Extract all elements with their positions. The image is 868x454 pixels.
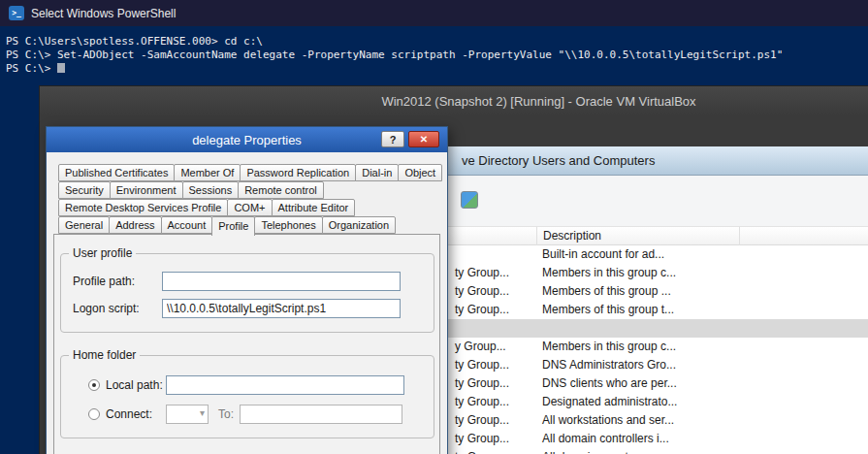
connect-radio[interactable] <box>88 408 100 420</box>
profile-tab-page: User profile Profile path: Logon script:… <box>53 234 440 454</box>
close-button[interactable]: ✕ <box>408 131 439 147</box>
local-path-radio[interactable] <box>88 379 100 391</box>
tab-dial-in[interactable]: Dial-in <box>355 164 399 181</box>
column-divider[interactable] <box>739 227 740 245</box>
tab-password-replication[interactable]: Password Replication <box>240 164 356 181</box>
tab-environment[interactable]: Environment <box>110 181 183 199</box>
powershell-icon: >_ <box>9 6 24 20</box>
tab-row: Remote Desktop Services ProfileCOM+Attri… <box>58 199 439 216</box>
tab-row: Published CertificatesMember OfPassword … <box>58 164 439 181</box>
powershell-titlebar[interactable]: >_ Select Windows PowerShell <box>0 0 868 26</box>
aduc-title: ve Directory Users and Computers <box>462 153 655 168</box>
cell-type: ty Group... <box>455 413 509 427</box>
cell-type: ty Group... <box>455 395 509 408</box>
aduc-toolbar-icon[interactable] <box>461 191 478 209</box>
tab-general[interactable]: General <box>58 216 110 234</box>
tab-member-of[interactable]: Member Of <box>174 164 241 181</box>
cell-description: DNS Administrators Gro... <box>542 358 676 372</box>
cell-type: y Group... <box>455 340 506 353</box>
connect-label: Connect: <box>106 407 166 421</box>
connect-to-input[interactable] <box>240 405 402 424</box>
console-line: PS C:\Users\spotless.OFFENSE.000> cd c:\ <box>6 35 868 49</box>
chevron-down-icon: ▾ <box>200 407 205 418</box>
dialog-tabs: Published CertificatesMember OfPassword … <box>58 164 439 234</box>
tab-remote-control[interactable]: Remote control <box>238 181 324 199</box>
cell-type: ty Group... <box>455 450 509 454</box>
cell-type: ty Group... <box>455 284 509 298</box>
cell-type: ty Group... <box>455 266 509 279</box>
tab-account[interactable]: Account <box>161 216 213 234</box>
cell-type: ty Group... <box>455 432 509 445</box>
local-path-input[interactable] <box>166 375 404 395</box>
cell-type: ty Group... <box>455 376 509 390</box>
tab-profile[interactable]: Profile <box>211 216 255 236</box>
cell-description: Members in this group c... <box>542 266 676 279</box>
tab-organization[interactable]: Organization <box>322 216 396 234</box>
tab-telephones[interactable]: Telephones <box>254 216 322 234</box>
cell-description: DNS clients who are per... <box>542 376 677 390</box>
tab-address[interactable]: Address <box>109 216 161 234</box>
tab-object[interactable]: Object <box>398 164 442 181</box>
virtualbox-titlebar[interactable]: Win2012 (Snapshot 2) [Running] - Oracle … <box>40 86 868 115</box>
cell-description: Designated administrato... <box>542 395 677 408</box>
tab-attribute-editor[interactable]: Attribute Editor <box>272 199 356 216</box>
user-profile-legend: User profile <box>69 246 136 260</box>
cell-description: All workstations and ser... <box>542 413 674 427</box>
logon-script-input[interactable] <box>162 299 401 318</box>
help-button[interactable]: ? <box>381 131 404 147</box>
tab-sessions[interactable]: Sessions <box>182 181 240 199</box>
profile-path-label: Profile path: <box>73 275 162 288</box>
dialog-titlebar[interactable]: delegate Properties ? ✕ <box>47 127 447 152</box>
tab-com-[interactable]: COM+ <box>227 199 272 216</box>
dialog-title: delegate Properties <box>192 133 302 147</box>
cell-description: Members in this group c... <box>542 340 676 353</box>
powershell-title: Select Windows PowerShell <box>31 7 176 20</box>
cell-description: All domain guests <box>542 450 634 454</box>
console-line: PS C:\> Set-ADObject -SamAccountName del… <box>6 49 868 62</box>
virtualbox-title: Win2012 (Snapshot 2) [Running] - Oracle … <box>381 94 695 109</box>
screen: >_ Select Windows PowerShell PS C:\Users… <box>0 0 868 454</box>
tab-row: SecurityEnvironmentSessionsRemote contro… <box>58 181 439 199</box>
tab-security[interactable]: Security <box>58 181 111 199</box>
profile-path-input[interactable] <box>162 272 401 291</box>
home-folder-legend: Home folder <box>69 348 140 362</box>
home-folder-group: Home folder Local path: Connect: ▾ To: <box>60 348 434 438</box>
user-profile-group: User profile Profile path: Logon script: <box>60 246 434 333</box>
tab-row: GeneralAddressAccountProfileTelephonesOr… <box>58 216 439 234</box>
logon-script-label: Logon script: <box>73 302 162 315</box>
connect-to-label: To: <box>218 407 240 421</box>
cell-type: ty Group... <box>455 303 509 316</box>
drive-letter-select[interactable]: ▾ <box>166 405 209 424</box>
local-path-label: Local path: <box>106 378 166 392</box>
cell-description: Members of this group ... <box>542 284 671 298</box>
cell-type: ty Group... <box>455 358 509 372</box>
cell-description: All domain controllers i... <box>542 432 669 445</box>
cell-description: Members of this group t... <box>542 303 674 316</box>
console-cursor <box>57 63 65 73</box>
tab-remote-desktop-services-profile[interactable]: Remote Desktop Services Profile <box>58 199 228 216</box>
close-icon: ✕ <box>420 134 428 145</box>
delegate-properties-dialog: delegate Properties ? ✕ Published Certif… <box>46 126 448 454</box>
cell-description: Built-in account for ad... <box>542 247 664 261</box>
column-header-description[interactable]: Description <box>536 227 601 245</box>
console-line: PS C:\> <box>6 62 868 76</box>
tab-published-certificates[interactable]: Published Certificates <box>58 164 175 181</box>
